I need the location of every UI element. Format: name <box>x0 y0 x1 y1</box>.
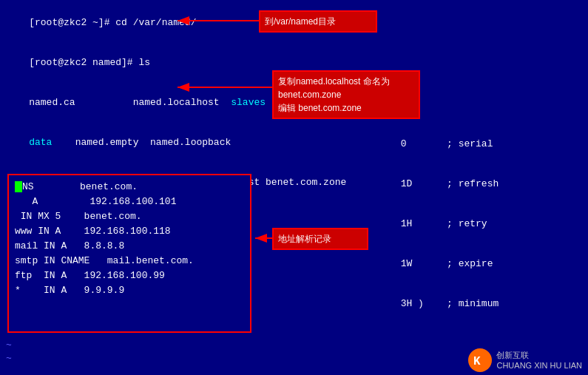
annotation-2-line2: benet.com.zone <box>278 88 414 101</box>
annotation-box-1: 到/var/named目录 <box>259 10 377 33</box>
serial-val: 0 ; serial <box>308 138 493 149</box>
dns-mail-line: mail IN A 8.8.8.8 <box>15 239 244 254</box>
svg-text:K: K <box>473 355 481 368</box>
tilde-section: ~ ~ <box>6 339 12 365</box>
serial-line: 0 ; serial <box>274 124 499 164</box>
expire-val: 1W ; expire <box>308 258 493 269</box>
prompt-2: [root@zkc2 named]# ls <box>29 57 150 68</box>
dns-smtp-line: smtp IN CNAME mail.benet.com. <box>15 254 244 268</box>
dns-a-line: A 192.168.100.101 <box>15 195 244 209</box>
dns-mx-line: IN MX 5 benet.com. <box>15 209 244 224</box>
minimum-line: 3H ) ; minimum <box>274 284 499 324</box>
file-named-ca: named.ca named.localhost <box>29 97 231 108</box>
minimum-val: 3H ) ; minimum <box>308 298 499 309</box>
soa-params: 0 ; serial 1D ; refresh 1H ; retry 1W ; … <box>274 124 499 324</box>
watermark-cn: 创新互联 <box>496 350 582 360</box>
annotation-2-line3: 编辑 benet.com.zone <box>278 101 414 115</box>
file-data: data <box>29 137 52 148</box>
cursor <box>15 181 22 192</box>
file-named-empty: named.empty named.loopback <box>52 137 231 148</box>
watermark-logo: K <box>468 348 492 372</box>
tilde-2: ~ <box>6 352 12 365</box>
dns-ftp-line: ftp IN A 192.168.100.99 <box>15 268 244 283</box>
dns-ns-text: NS benet.com. <box>22 181 138 192</box>
annotation-2-line1: 复制named.localhost 命名为 <box>278 75 414 88</box>
annotation-box-2: 复制named.localhost 命名为 benet.com.zone 编辑 … <box>272 70 420 119</box>
tilde-1: ~ <box>6 339 12 352</box>
expire-line: 1W ; expire <box>274 244 499 284</box>
watermark-text: 创新互联 CHUANG XIN HU LIAN <box>496 350 582 371</box>
terminal: [root@zkc2 ~]# cd /var/named/ [root@zkc2… <box>0 0 588 375</box>
prompt-1: [root@zkc2 ~]# cd /var/named/ <box>29 17 196 28</box>
annotation-box-3: 地址解析记录 <box>272 228 368 250</box>
watermark: K 创新互联 CHUANG XIN HU LIAN <box>468 348 582 372</box>
refresh-val: 1D ; refresh <box>308 178 499 189</box>
annotation-3-text: 地址解析记录 <box>278 234 331 244</box>
refresh-line: 1D ; refresh <box>274 164 499 204</box>
logo-icon: K <box>472 352 488 368</box>
file-slaves: slaves <box>231 97 266 108</box>
dns-records-box: NS benet.com. A 192.168.100.101 IN MX 5 … <box>7 174 251 333</box>
annotation-1-text: 到/var/named目录 <box>265 16 336 27</box>
watermark-en: CHUANG XIN HU LIAN <box>496 360 582 371</box>
dns-ns-line: NS benet.com. <box>15 180 244 195</box>
dns-www-line: www IN A 192.168.100.118 <box>15 224 244 239</box>
dns-wildcard-line: * IN A 9.9.9.9 <box>15 283 244 298</box>
